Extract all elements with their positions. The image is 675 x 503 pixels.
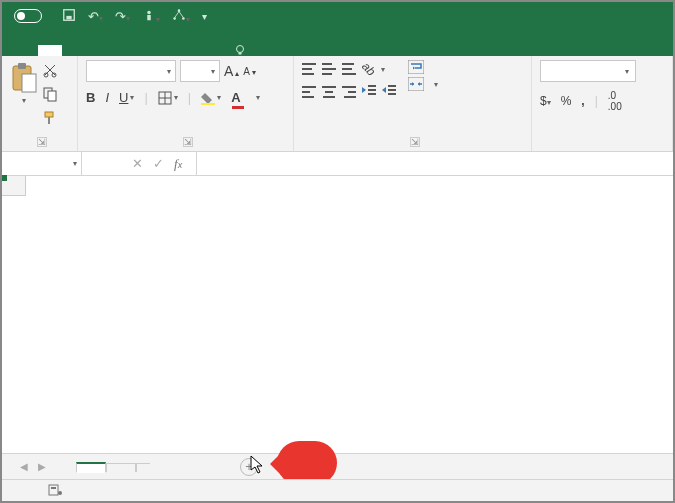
orientation-button[interactable]: ab bbox=[359, 59, 378, 78]
svg-rect-31 bbox=[51, 487, 56, 489]
align-top-button[interactable] bbox=[302, 63, 316, 75]
formula-input[interactable] bbox=[197, 152, 673, 175]
svg-rect-11 bbox=[22, 74, 36, 92]
increase-decimal-button[interactable]: .0.00 bbox=[608, 90, 622, 112]
alignment-launcher[interactable]: ⇲ bbox=[410, 137, 420, 147]
cut-icon[interactable] bbox=[42, 62, 58, 82]
font-size-combo[interactable]: ▾ bbox=[180, 60, 220, 82]
title-bar: ↶▾ ↷▾ ▾ ▾ ▾ bbox=[2, 2, 673, 30]
group-font: ▾ ▾ A▴ A▾ B I U▾ | ▾ | ▾ A▾ ⇲ bbox=[78, 56, 294, 151]
decrease-indent-button[interactable] bbox=[362, 84, 376, 99]
tab-formulas[interactable] bbox=[116, 45, 140, 56]
sheet-tab-sheet1[interactable] bbox=[76, 462, 106, 473]
copy-icon[interactable] bbox=[42, 86, 58, 106]
autosave-control[interactable] bbox=[8, 9, 48, 23]
paste-button[interactable]: ▾ bbox=[10, 60, 38, 105]
svg-rect-10 bbox=[18, 63, 26, 69]
svg-rect-3 bbox=[147, 15, 151, 20]
group-number: ▾ $▾ % , | .0.00 bbox=[532, 56, 673, 151]
ribbon: ▾ ⇲ ▾ ▾ A▴ A▾ B I U▾ | ▾ | bbox=[2, 56, 673, 152]
percent-format-button[interactable]: % bbox=[561, 94, 572, 108]
svg-rect-30 bbox=[49, 485, 58, 495]
underline-button[interactable]: U▾ bbox=[119, 90, 134, 105]
font-name-combo[interactable]: ▾ bbox=[86, 60, 176, 82]
tab-home[interactable] bbox=[38, 45, 62, 56]
fx-icon[interactable]: fx bbox=[174, 156, 186, 172]
svg-rect-1 bbox=[66, 15, 71, 19]
clipboard-launcher[interactable]: ⇲ bbox=[37, 137, 47, 147]
formula-bar: ▾ ✕ ✓ fx bbox=[2, 152, 673, 176]
accounting-format-button[interactable]: $▾ bbox=[540, 94, 551, 108]
grow-font-button[interactable]: A▴ bbox=[224, 63, 239, 79]
svg-rect-8 bbox=[239, 53, 242, 55]
font-color-button[interactable]: A▾ bbox=[231, 90, 259, 105]
divider: | bbox=[144, 90, 147, 105]
paste-icon bbox=[10, 62, 38, 94]
borders-button[interactable]: ▾ bbox=[158, 91, 178, 105]
chevron-down-icon: ▾ bbox=[22, 96, 26, 105]
autosave-toggle[interactable] bbox=[14, 9, 42, 23]
redo-icon[interactable]: ↷▾ bbox=[115, 9, 130, 24]
sheet-tab-bar: ◀ ▶ + bbox=[2, 453, 673, 479]
sheet-nav-next[interactable]: ▶ bbox=[38, 461, 46, 472]
align-left-button[interactable] bbox=[302, 86, 316, 98]
align-bottom-button[interactable] bbox=[342, 63, 356, 75]
sheet-tab-hidden[interactable] bbox=[136, 463, 150, 472]
svg-rect-15 bbox=[48, 91, 56, 101]
divider: | bbox=[188, 90, 191, 105]
undo-icon[interactable]: ↶▾ bbox=[88, 9, 103, 24]
cancel-formula-icon[interactable]: ✕ bbox=[132, 156, 143, 171]
bold-button[interactable]: B bbox=[86, 90, 95, 105]
increase-indent-button[interactable] bbox=[382, 84, 396, 99]
wrap-text-icon bbox=[408, 60, 424, 74]
touch-mode-icon[interactable]: ▾ bbox=[142, 8, 160, 25]
tab-view[interactable] bbox=[194, 45, 218, 56]
svg-point-32 bbox=[58, 491, 62, 495]
format-painter-icon[interactable] bbox=[42, 110, 58, 130]
tab-page-layout[interactable] bbox=[90, 45, 114, 56]
macro-record-icon[interactable] bbox=[48, 484, 62, 498]
svg-rect-21 bbox=[201, 103, 215, 105]
align-center-button[interactable] bbox=[322, 86, 336, 98]
tab-review[interactable] bbox=[168, 45, 192, 56]
quick-access-toolbar: ↶▾ ↷▾ ▾ ▾ ▾ bbox=[62, 8, 207, 25]
network-icon[interactable]: ▾ bbox=[172, 8, 190, 25]
sheet-tab-sheet2[interactable] bbox=[106, 463, 136, 472]
svg-rect-16 bbox=[45, 112, 53, 117]
italic-button[interactable]: I bbox=[105, 90, 109, 105]
divider: | bbox=[595, 94, 598, 108]
merge-icon bbox=[408, 77, 424, 91]
align-right-button[interactable] bbox=[342, 86, 356, 98]
number-format-combo[interactable]: ▾ bbox=[540, 60, 636, 82]
select-all-corner[interactable] bbox=[2, 176, 26, 196]
ribbon-tabs bbox=[2, 30, 673, 56]
shrink-font-button[interactable]: A▾ bbox=[243, 66, 256, 77]
merge-center-button[interactable]: ▾ bbox=[408, 77, 438, 91]
tab-file[interactable] bbox=[12, 45, 36, 56]
group-clipboard: ▾ ⇲ bbox=[2, 56, 78, 151]
svg-rect-17 bbox=[48, 117, 50, 124]
qat-customize-icon[interactable]: ▾ bbox=[202, 11, 207, 22]
wrap-text-button[interactable] bbox=[408, 60, 438, 74]
comma-format-button[interactable]: , bbox=[581, 94, 584, 108]
bulb-icon bbox=[234, 44, 246, 56]
align-middle-button[interactable] bbox=[322, 63, 336, 75]
group-alignment: ab▾ ▾ bbox=[294, 56, 532, 151]
fill-color-button[interactable]: ▾ bbox=[201, 91, 221, 105]
name-box[interactable]: ▾ bbox=[2, 152, 82, 175]
tell-me[interactable] bbox=[234, 44, 252, 56]
svg-point-7 bbox=[237, 46, 244, 53]
save-icon[interactable] bbox=[62, 8, 76, 25]
enter-formula-icon[interactable]: ✓ bbox=[153, 156, 164, 171]
tab-data[interactable] bbox=[142, 45, 166, 56]
status-bar bbox=[2, 479, 673, 501]
tab-insert[interactable] bbox=[64, 45, 88, 56]
svg-point-2 bbox=[147, 10, 151, 14]
font-launcher[interactable]: ⇲ bbox=[183, 137, 193, 147]
sheet-nav-prev[interactable]: ◀ bbox=[20, 461, 28, 472]
cell-grid[interactable] bbox=[2, 176, 673, 420]
